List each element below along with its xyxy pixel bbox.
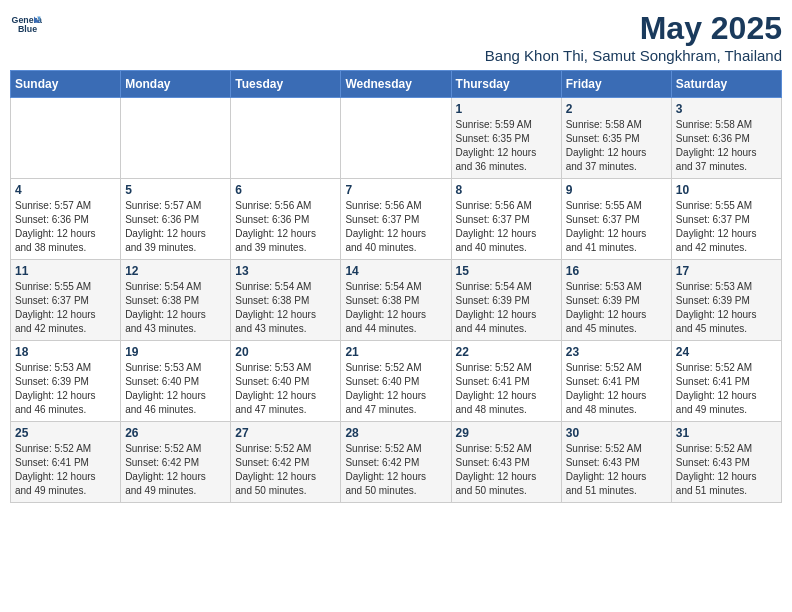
day-cell: 8Sunrise: 5:56 AM Sunset: 6:37 PM Daylig…: [451, 179, 561, 260]
day-info: Sunrise: 5:52 AM Sunset: 6:42 PM Dayligh…: [345, 442, 446, 498]
day-info: Sunrise: 5:52 AM Sunset: 6:43 PM Dayligh…: [566, 442, 667, 498]
week-row-5: 25Sunrise: 5:52 AM Sunset: 6:41 PM Dayli…: [11, 422, 782, 503]
day-cell: [121, 98, 231, 179]
day-cell: 20Sunrise: 5:53 AM Sunset: 6:40 PM Dayli…: [231, 341, 341, 422]
day-info: Sunrise: 5:57 AM Sunset: 6:36 PM Dayligh…: [15, 199, 116, 255]
day-info: Sunrise: 5:52 AM Sunset: 6:42 PM Dayligh…: [125, 442, 226, 498]
day-info: Sunrise: 5:53 AM Sunset: 6:40 PM Dayligh…: [235, 361, 336, 417]
day-cell: 26Sunrise: 5:52 AM Sunset: 6:42 PM Dayli…: [121, 422, 231, 503]
day-info: Sunrise: 5:54 AM Sunset: 6:38 PM Dayligh…: [345, 280, 446, 336]
logo-icon: General Blue: [10, 10, 42, 42]
day-cell: 31Sunrise: 5:52 AM Sunset: 6:43 PM Dayli…: [671, 422, 781, 503]
day-number: 2: [566, 102, 667, 116]
day-cell: 15Sunrise: 5:54 AM Sunset: 6:39 PM Dayli…: [451, 260, 561, 341]
day-number: 5: [125, 183, 226, 197]
header: General Blue May 2025 Bang Khon Thi, Sam…: [10, 10, 782, 64]
day-info: Sunrise: 5:54 AM Sunset: 6:39 PM Dayligh…: [456, 280, 557, 336]
day-number: 23: [566, 345, 667, 359]
day-number: 16: [566, 264, 667, 278]
day-cell: 19Sunrise: 5:53 AM Sunset: 6:40 PM Dayli…: [121, 341, 231, 422]
header-wednesday: Wednesday: [341, 71, 451, 98]
day-number: 18: [15, 345, 116, 359]
day-info: Sunrise: 5:52 AM Sunset: 6:41 PM Dayligh…: [456, 361, 557, 417]
day-number: 26: [125, 426, 226, 440]
day-info: Sunrise: 5:52 AM Sunset: 6:43 PM Dayligh…: [456, 442, 557, 498]
week-row-3: 11Sunrise: 5:55 AM Sunset: 6:37 PM Dayli…: [11, 260, 782, 341]
day-cell: [11, 98, 121, 179]
day-number: 8: [456, 183, 557, 197]
day-number: 13: [235, 264, 336, 278]
day-info: Sunrise: 5:52 AM Sunset: 6:41 PM Dayligh…: [566, 361, 667, 417]
day-cell: 17Sunrise: 5:53 AM Sunset: 6:39 PM Dayli…: [671, 260, 781, 341]
day-cell: 6Sunrise: 5:56 AM Sunset: 6:36 PM Daylig…: [231, 179, 341, 260]
week-row-1: 1Sunrise: 5:59 AM Sunset: 6:35 PM Daylig…: [11, 98, 782, 179]
header-friday: Friday: [561, 71, 671, 98]
day-info: Sunrise: 5:53 AM Sunset: 6:39 PM Dayligh…: [566, 280, 667, 336]
day-number: 27: [235, 426, 336, 440]
day-cell: 16Sunrise: 5:53 AM Sunset: 6:39 PM Dayli…: [561, 260, 671, 341]
day-cell: 11Sunrise: 5:55 AM Sunset: 6:37 PM Dayli…: [11, 260, 121, 341]
day-cell: 4Sunrise: 5:57 AM Sunset: 6:36 PM Daylig…: [11, 179, 121, 260]
week-row-4: 18Sunrise: 5:53 AM Sunset: 6:39 PM Dayli…: [11, 341, 782, 422]
day-cell: 24Sunrise: 5:52 AM Sunset: 6:41 PM Dayli…: [671, 341, 781, 422]
day-cell: 21Sunrise: 5:52 AM Sunset: 6:40 PM Dayli…: [341, 341, 451, 422]
day-info: Sunrise: 5:52 AM Sunset: 6:41 PM Dayligh…: [15, 442, 116, 498]
day-number: 29: [456, 426, 557, 440]
day-number: 3: [676, 102, 777, 116]
day-info: Sunrise: 5:55 AM Sunset: 6:37 PM Dayligh…: [15, 280, 116, 336]
day-info: Sunrise: 5:54 AM Sunset: 6:38 PM Dayligh…: [235, 280, 336, 336]
day-number: 21: [345, 345, 446, 359]
day-number: 15: [456, 264, 557, 278]
day-cell: [341, 98, 451, 179]
day-cell: 13Sunrise: 5:54 AM Sunset: 6:38 PM Dayli…: [231, 260, 341, 341]
day-info: Sunrise: 5:56 AM Sunset: 6:36 PM Dayligh…: [235, 199, 336, 255]
day-cell: 27Sunrise: 5:52 AM Sunset: 6:42 PM Dayli…: [231, 422, 341, 503]
day-info: Sunrise: 5:56 AM Sunset: 6:37 PM Dayligh…: [456, 199, 557, 255]
day-cell: 18Sunrise: 5:53 AM Sunset: 6:39 PM Dayli…: [11, 341, 121, 422]
day-number: 31: [676, 426, 777, 440]
header-thursday: Thursday: [451, 71, 561, 98]
day-cell: 25Sunrise: 5:52 AM Sunset: 6:41 PM Dayli…: [11, 422, 121, 503]
day-cell: 23Sunrise: 5:52 AM Sunset: 6:41 PM Dayli…: [561, 341, 671, 422]
day-cell: 10Sunrise: 5:55 AM Sunset: 6:37 PM Dayli…: [671, 179, 781, 260]
day-number: 14: [345, 264, 446, 278]
svg-text:Blue: Blue: [18, 24, 37, 34]
day-number: 22: [456, 345, 557, 359]
day-cell: 28Sunrise: 5:52 AM Sunset: 6:42 PM Dayli…: [341, 422, 451, 503]
day-info: Sunrise: 5:53 AM Sunset: 6:40 PM Dayligh…: [125, 361, 226, 417]
day-info: Sunrise: 5:54 AM Sunset: 6:38 PM Dayligh…: [125, 280, 226, 336]
day-cell: 7Sunrise: 5:56 AM Sunset: 6:37 PM Daylig…: [341, 179, 451, 260]
header-saturday: Saturday: [671, 71, 781, 98]
day-number: 1: [456, 102, 557, 116]
day-cell: 5Sunrise: 5:57 AM Sunset: 6:36 PM Daylig…: [121, 179, 231, 260]
day-cell: 3Sunrise: 5:58 AM Sunset: 6:36 PM Daylig…: [671, 98, 781, 179]
day-info: Sunrise: 5:57 AM Sunset: 6:36 PM Dayligh…: [125, 199, 226, 255]
day-number: 9: [566, 183, 667, 197]
day-info: Sunrise: 5:52 AM Sunset: 6:42 PM Dayligh…: [235, 442, 336, 498]
logo: General Blue: [10, 10, 42, 42]
calendar-header-row: SundayMondayTuesdayWednesdayThursdayFrid…: [11, 71, 782, 98]
day-info: Sunrise: 5:59 AM Sunset: 6:35 PM Dayligh…: [456, 118, 557, 174]
header-sunday: Sunday: [11, 71, 121, 98]
day-info: Sunrise: 5:52 AM Sunset: 6:40 PM Dayligh…: [345, 361, 446, 417]
day-number: 28: [345, 426, 446, 440]
day-info: Sunrise: 5:56 AM Sunset: 6:37 PM Dayligh…: [345, 199, 446, 255]
day-info: Sunrise: 5:53 AM Sunset: 6:39 PM Dayligh…: [15, 361, 116, 417]
day-info: Sunrise: 5:53 AM Sunset: 6:39 PM Dayligh…: [676, 280, 777, 336]
week-row-2: 4Sunrise: 5:57 AM Sunset: 6:36 PM Daylig…: [11, 179, 782, 260]
day-number: 7: [345, 183, 446, 197]
day-info: Sunrise: 5:55 AM Sunset: 6:37 PM Dayligh…: [566, 199, 667, 255]
day-cell: 1Sunrise: 5:59 AM Sunset: 6:35 PM Daylig…: [451, 98, 561, 179]
day-info: Sunrise: 5:52 AM Sunset: 6:43 PM Dayligh…: [676, 442, 777, 498]
day-number: 11: [15, 264, 116, 278]
day-info: Sunrise: 5:55 AM Sunset: 6:37 PM Dayligh…: [676, 199, 777, 255]
day-cell: 9Sunrise: 5:55 AM Sunset: 6:37 PM Daylig…: [561, 179, 671, 260]
day-info: Sunrise: 5:52 AM Sunset: 6:41 PM Dayligh…: [676, 361, 777, 417]
header-monday: Monday: [121, 71, 231, 98]
day-number: 4: [15, 183, 116, 197]
day-cell: 30Sunrise: 5:52 AM Sunset: 6:43 PM Dayli…: [561, 422, 671, 503]
day-number: 30: [566, 426, 667, 440]
day-cell: 22Sunrise: 5:52 AM Sunset: 6:41 PM Dayli…: [451, 341, 561, 422]
day-cell: [231, 98, 341, 179]
day-number: 17: [676, 264, 777, 278]
